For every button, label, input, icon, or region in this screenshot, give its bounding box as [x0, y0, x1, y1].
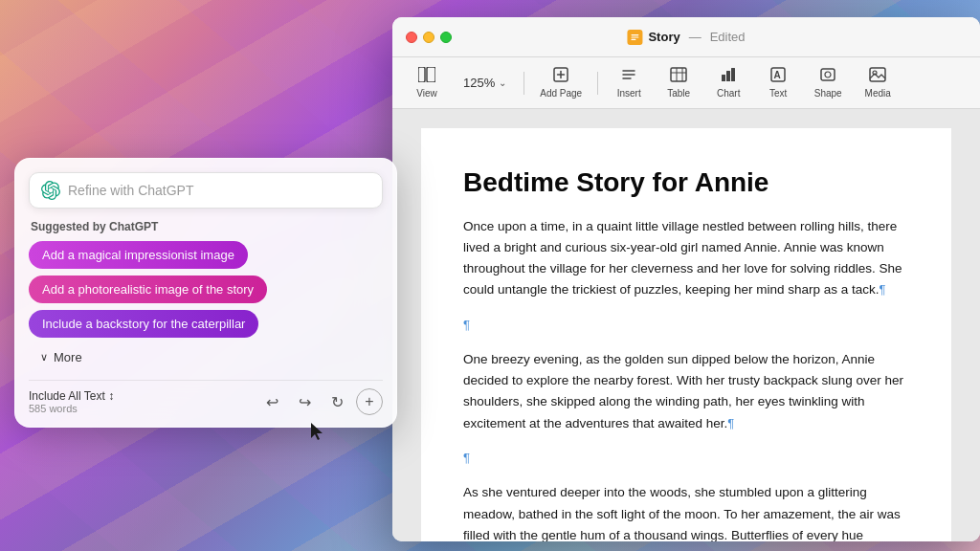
svg-rect-4	[418, 67, 425, 82]
traffic-lights	[406, 32, 452, 43]
zoom-chevron-icon: ⌄	[499, 77, 506, 88]
shape-icon	[819, 67, 836, 85]
chevron-down-icon: ∨	[40, 351, 48, 364]
chart-toolbar-item[interactable]: Chart	[705, 63, 751, 102]
text-toolbar-item[interactable]: A Text	[755, 63, 801, 102]
add-page-label: Add Page	[540, 88, 582, 99]
zoom-value: 125%	[463, 76, 495, 90]
pilcrow-4: ¶	[463, 451, 470, 465]
close-button[interactable]	[406, 32, 417, 43]
pages-window: Story — Edited View 125% ⌄	[392, 17, 980, 541]
view-label: View	[416, 88, 437, 99]
shape-toolbar-item[interactable]: Shape	[805, 63, 851, 102]
svg-rect-16	[722, 75, 725, 81]
minimize-button[interactable]	[423, 32, 434, 43]
maximize-button[interactable]	[440, 32, 452, 43]
document-title: Bedtime Story for Annie	[463, 166, 909, 199]
title-bar: Story — Edited	[392, 17, 980, 57]
table-icon	[670, 67, 687, 85]
include-all-text[interactable]: Include All Text ↕	[29, 389, 114, 403]
svg-rect-23	[870, 68, 885, 81]
media-icon	[869, 67, 886, 85]
svg-rect-2	[631, 36, 638, 37]
undo-button[interactable]: ↩	[258, 388, 285, 415]
toolbar-divider-1	[523, 72, 524, 95]
add-page-toolbar-item[interactable]: Add Page	[532, 63, 590, 102]
add-page-icon	[553, 67, 568, 85]
view-toolbar-item[interactable]: View	[404, 63, 450, 102]
paragraph-1: Once upon a time, in a quaint little vil…	[463, 216, 909, 301]
toolbar-divider-2	[597, 72, 598, 95]
word-count: 585 words	[29, 403, 114, 414]
zoom-control[interactable]: 125% ⌄	[454, 72, 516, 94]
refresh-button[interactable]: ↻	[323, 388, 350, 415]
insert-toolbar-item[interactable]: Insert	[606, 63, 652, 102]
title-bar-center: Story — Edited	[627, 30, 745, 45]
edited-badge: Edited	[710, 30, 746, 44]
chatgpt-input-row[interactable]: Refine with ChatGPT	[29, 172, 383, 209]
title-separator: —	[689, 30, 702, 44]
toolbar: View 125% ⌄ Add Page	[392, 57, 980, 109]
svg-rect-17	[726, 71, 730, 81]
suggestion-3-button[interactable]: Include a backstory for the caterpillar	[29, 310, 258, 338]
svg-rect-12	[671, 68, 686, 81]
table-label: Table	[667, 88, 690, 99]
more-label: More	[54, 350, 82, 364]
more-button[interactable]: ∨ More	[29, 344, 94, 370]
paragraph-break-1: ¶	[463, 315, 909, 336]
chatgpt-panel: Refine with ChatGPT Suggested by ChatGPT…	[14, 158, 397, 428]
table-toolbar-item[interactable]: Table	[656, 63, 702, 102]
suggestion-2-button[interactable]: Add a photorealistic image of the story	[29, 276, 267, 303]
footer-left: Include All Text ↕ 585 words	[29, 389, 114, 414]
document-area: Bedtime Story for Annie Once upon a time…	[392, 109, 980, 541]
redo-button[interactable]: ↪	[291, 388, 318, 415]
insert-icon	[621, 67, 636, 85]
pilcrow-1: ¶	[880, 282, 886, 297]
text-label: Text	[769, 88, 787, 99]
svg-rect-3	[631, 38, 635, 39]
shape-label: Shape	[814, 88, 842, 99]
pilcrow-2: ¶	[463, 318, 470, 332]
svg-point-22	[825, 72, 831, 77]
svg-text:A: A	[774, 70, 781, 80]
chatgpt-input[interactable]: Refine with ChatGPT	[68, 183, 370, 198]
paragraph-3: As she ventured deeper into the woods, s…	[463, 482, 909, 541]
add-button[interactable]: +	[356, 388, 383, 415]
svg-rect-18	[731, 68, 735, 81]
view-icon	[418, 67, 435, 85]
footer-actions: ↩ ↪ ↻ +	[258, 388, 383, 415]
paragraph-break-2: ¶	[463, 448, 909, 469]
media-label: Media	[865, 88, 891, 99]
svg-rect-21	[821, 69, 835, 80]
svg-rect-5	[427, 67, 435, 82]
document-page: Bedtime Story for Annie Once upon a time…	[421, 128, 951, 541]
chart-label: Chart	[717, 88, 740, 99]
text-icon: A	[770, 67, 786, 85]
media-toolbar-item[interactable]: Media	[855, 63, 901, 102]
chatgpt-logo-icon	[41, 181, 60, 200]
chart-icon	[720, 67, 737, 85]
window-title: Story	[648, 30, 679, 44]
pages-app-icon	[627, 30, 642, 45]
suggestion-1-button[interactable]: Add a magical impressionist image	[29, 241, 248, 269]
paragraph-2: One breezy evening, as the golden sun di…	[463, 349, 909, 434]
svg-rect-1	[631, 34, 638, 35]
insert-label: Insert	[617, 88, 641, 99]
chatgpt-footer: Include All Text ↕ 585 words ↩ ↪ ↻ +	[29, 380, 383, 415]
suggestions-label: Suggested by ChatGPT	[29, 220, 383, 233]
pilcrow-3: ¶	[727, 416, 734, 430]
